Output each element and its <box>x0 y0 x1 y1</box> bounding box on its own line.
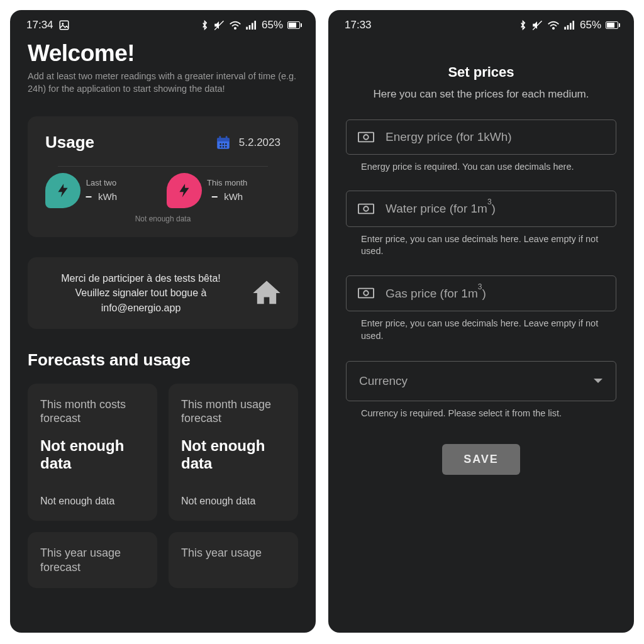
calendar-icon <box>215 135 231 151</box>
usage-date-text: 5.2.2023 <box>239 136 280 149</box>
svg-point-14 <box>225 143 227 145</box>
svg-point-12 <box>219 143 221 145</box>
svg-rect-28 <box>358 289 374 298</box>
forecast-label: This year usage forecast <box>40 546 145 574</box>
forecast-sub: Not enough data <box>40 496 145 507</box>
home-icon <box>250 277 283 309</box>
svg-point-19 <box>553 28 555 30</box>
set-prices-subtitle: Here you can set the prices for each med… <box>346 87 616 102</box>
svg-point-17 <box>225 146 227 148</box>
leaf-icon-pink <box>167 173 202 208</box>
svg-point-3 <box>235 28 236 30</box>
svg-rect-9 <box>217 138 230 141</box>
svg-rect-22 <box>570 23 572 30</box>
phone-right: 17:33 65% Set prices Here you can set th… <box>328 10 634 633</box>
battery-icon <box>287 21 302 29</box>
beta-text: Merci de participer à des tests bêta! Ve… <box>43 271 239 315</box>
bill-icon <box>358 287 374 299</box>
forecasts-title: Forecasts and usage <box>28 350 298 370</box>
leaf-icon-teal <box>45 173 80 208</box>
battery-icon <box>606 21 620 29</box>
forecast-card[interactable]: This month usage forecast Not enough dat… <box>169 384 298 521</box>
signal-icon <box>564 21 575 30</box>
svg-point-27 <box>364 206 368 211</box>
mute-icon <box>531 19 543 31</box>
energy-price-placeholder: Energy price (for 1kWh) <box>386 130 512 144</box>
gas-price-field[interactable]: Gas price (for 1m3) <box>346 275 616 311</box>
bluetooth-icon <box>201 19 209 31</box>
svg-point-13 <box>223 143 225 145</box>
bill-icon <box>358 203 374 214</box>
usage-not-enough: Not enough data <box>45 214 280 223</box>
forecast-card[interactable]: This month costs forecast Not enough dat… <box>28 384 157 521</box>
usage-title: Usage <box>45 133 94 152</box>
usage-this-month-unit: kWh <box>224 191 243 202</box>
welcome-subtitle: Add at least two meter readings with a g… <box>28 70 298 95</box>
svg-rect-0 <box>60 21 69 30</box>
currency-dropdown[interactable]: Currency <box>346 361 616 401</box>
usage-this-month-value: – <box>211 190 218 203</box>
svg-point-15 <box>219 146 221 148</box>
usage-last-two-label: Last two <box>86 178 116 188</box>
forecast-card[interactable]: This year usage <box>169 532 298 588</box>
usage-this-month-label: This month <box>207 178 247 188</box>
svg-rect-23 <box>572 21 574 30</box>
svg-point-16 <box>223 146 225 148</box>
currency-label: Currency <box>359 374 408 388</box>
forecast-card[interactable]: This year usage forecast <box>28 532 157 588</box>
svg-rect-6 <box>252 23 253 30</box>
battery-percent: 65% <box>262 19 283 31</box>
bill-icon <box>358 131 374 143</box>
svg-rect-21 <box>567 25 569 30</box>
usage-last-two-value: – <box>86 190 92 203</box>
gas-price-placeholder: Gas price (for 1m3) <box>386 286 486 301</box>
status-icons: 65% <box>519 19 620 31</box>
svg-point-29 <box>364 291 368 296</box>
status-time: 17:34 <box>26 19 53 31</box>
status-bar: 17:33 65% <box>328 10 634 36</box>
welcome-title: Welcome! <box>28 40 298 67</box>
water-price-field[interactable]: Water price (for 1m3) <box>346 191 616 226</box>
usage-last-two-unit: kWh <box>98 191 117 202</box>
forecast-label: This month usage forecast <box>181 397 286 426</box>
gas-price-helper: Enter price, you can use decimals here. … <box>361 318 613 342</box>
svg-point-1 <box>62 23 64 25</box>
image-icon <box>58 19 70 31</box>
svg-rect-11 <box>226 136 228 139</box>
usage-date[interactable]: 5.2.2023 <box>215 135 280 151</box>
svg-rect-24 <box>358 132 374 142</box>
bluetooth-icon <box>519 19 527 31</box>
wifi-icon <box>229 20 242 30</box>
svg-rect-5 <box>249 25 251 30</box>
usage-card: Usage 5.2.2023 Last two – kWh <box>28 116 298 237</box>
status-bar: 17:34 65% <box>10 10 316 36</box>
svg-rect-20 <box>564 27 566 30</box>
set-prices-title: Set prices <box>346 64 616 80</box>
svg-rect-7 <box>254 21 256 30</box>
forecast-main: Not enough data <box>40 437 145 474</box>
save-button[interactable]: SAVE <box>442 444 520 475</box>
battery-percent: 65% <box>580 19 601 31</box>
forecast-label: This month costs forecast <box>40 397 145 426</box>
mute-icon <box>213 19 225 31</box>
water-price-placeholder: Water price (for 1m3) <box>386 201 496 216</box>
forecast-sub: Not enough data <box>181 496 286 507</box>
status-time: 17:33 <box>345 19 372 31</box>
signal-icon <box>246 21 257 30</box>
currency-helper: Currency is required. Please select it f… <box>361 408 613 420</box>
water-price-helper: Enter price, you can use decimals here. … <box>361 233 613 258</box>
svg-rect-10 <box>219 136 221 139</box>
energy-price-helper: Energy price is required. You can use de… <box>361 161 613 174</box>
phone-left: 17:34 65% Welcome! Add at least two mete… <box>10 10 316 633</box>
chevron-down-icon <box>593 378 603 384</box>
energy-price-field[interactable]: Energy price (for 1kWh) <box>346 119 616 155</box>
divider <box>58 166 268 167</box>
svg-rect-4 <box>246 27 248 30</box>
wifi-icon <box>547 20 560 30</box>
forecast-main: Not enough data <box>181 437 286 474</box>
status-icons: 65% <box>201 19 302 31</box>
forecast-label: This year usage <box>181 546 286 560</box>
beta-card: Merci de participer à des tests bêta! Ve… <box>28 257 298 329</box>
svg-point-25 <box>364 135 368 139</box>
svg-rect-26 <box>358 204 374 214</box>
